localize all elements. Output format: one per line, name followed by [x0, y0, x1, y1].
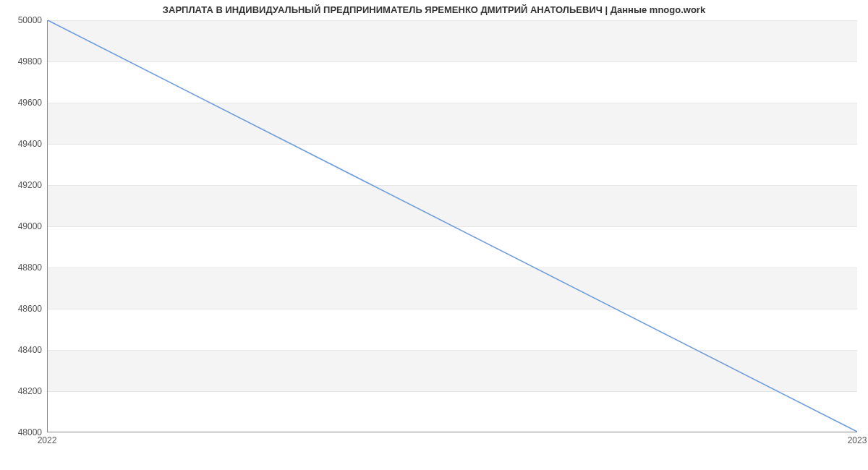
y-tick-label: 48200 — [6, 386, 42, 396]
y-tick-label: 49400 — [6, 139, 42, 149]
y-tick-label: 48800 — [6, 262, 42, 273]
x-tick-label: 2022 — [38, 435, 57, 445]
y-tick-label: 48000 — [6, 427, 42, 437]
y-tick-label: 49800 — [6, 56, 42, 67]
y-tick-label: 48600 — [6, 304, 42, 314]
y-tick-label: 49000 — [6, 221, 42, 231]
x-tick-label: 2023 — [848, 435, 867, 445]
chart-container: ЗАРПЛАТА В ИНДИВИДУАЛЬНЫЙ ПРЕДПРИНИМАТЕЛ… — [0, 0, 868, 470]
line-layer — [48, 20, 857, 432]
y-tick-label: 49200 — [6, 180, 42, 190]
plot-area — [47, 20, 857, 432]
y-tick-label: 48400 — [6, 345, 42, 355]
y-tick-label: 49600 — [6, 98, 42, 108]
data-line — [48, 20, 857, 432]
chart-title: ЗАРПЛАТА В ИНДИВИДУАЛЬНЫЙ ПРЕДПРИНИМАТЕЛ… — [0, 4, 868, 15]
y-tick-label: 50000 — [6, 15, 42, 25]
